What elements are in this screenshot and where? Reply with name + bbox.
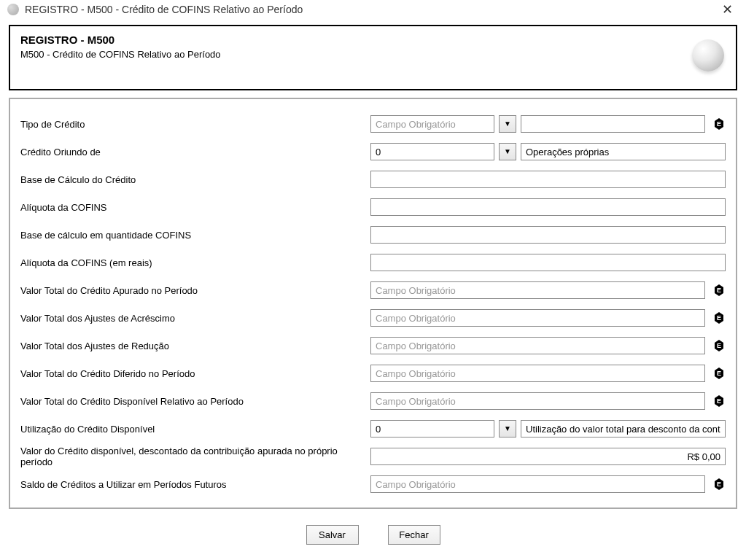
svg-text:E: E xyxy=(717,120,721,128)
titlebar: REGISTRO - M500 - Crédito de COFINS Rela… xyxy=(0,0,746,19)
close-icon[interactable]: ✕ xyxy=(716,0,739,19)
label-aliquota-cofins-reais: Alíquota da COFINS (em reais) xyxy=(20,257,370,268)
dropdown-utilizacao-credito-disponivel[interactable]: ▼ xyxy=(499,420,516,438)
input-tipo-credito[interactable] xyxy=(370,115,494,133)
save-button[interactable]: Salvar xyxy=(306,525,359,545)
row-valor-total-ajustes-reducao: Valor Total dos Ajustes de Redução E xyxy=(20,334,726,357)
close-button[interactable]: Fechar xyxy=(388,525,440,545)
row-base-calculo-credito: Base de Cálculo do Crédito xyxy=(20,168,726,191)
svg-text:E: E xyxy=(717,481,721,488)
window-title: REGISTRO - M500 - Crédito de COFINS Rela… xyxy=(25,4,716,15)
window-root: REGISTRO - M500 - Crédito de COFINS Rela… xyxy=(0,0,746,560)
label-valor-total-ajustes-acrescimo: Valor Total dos Ajustes de Acréscimo xyxy=(20,313,370,324)
svg-text:E: E xyxy=(717,397,721,405)
input-credito-oriundo-desc[interactable] xyxy=(521,143,726,160)
label-valor-credito-descontado: Valor do Crédito disponível, descontado … xyxy=(20,446,370,467)
input-base-calculo-credito[interactable] xyxy=(370,171,726,188)
sphere-icon xyxy=(692,39,724,71)
chevron-down-icon: ▼ xyxy=(504,120,511,128)
input-saldo-creditos-futuros[interactable] xyxy=(370,475,705,493)
input-valor-total-credito-apurado[interactable] xyxy=(370,281,705,299)
header-title: REGISTRO - M500 xyxy=(20,34,726,46)
row-saldo-creditos-futuros: Saldo de Créditos a Utilizar em Períodos… xyxy=(20,472,726,496)
row-credito-oriundo: Crédito Oriundo de ▼ xyxy=(20,140,726,163)
required-icon: E xyxy=(712,367,726,380)
input-base-calculo-qtd-cofins[interactable] xyxy=(370,226,726,244)
chevron-down-icon: ▼ xyxy=(504,425,511,432)
row-valor-total-credito-diferido: Valor Total do Crédito Diferido no Perío… xyxy=(20,362,726,385)
label-credito-oriundo: Crédito Oriundo de xyxy=(20,147,370,158)
label-base-calculo-credito: Base de Cálculo do Crédito xyxy=(20,174,370,185)
row-base-calculo-qtd-cofins: Base de cálculo em quantidade COFINS xyxy=(20,223,726,246)
input-valor-total-credito-disponivel[interactable] xyxy=(370,392,705,410)
row-valor-total-ajustes-acrescimo: Valor Total dos Ajustes de Acréscimo E xyxy=(20,306,726,330)
svg-text:E: E xyxy=(717,314,721,322)
label-base-calculo-qtd-cofins: Base de cálculo em quantidade COFINS xyxy=(20,230,370,241)
row-utilizacao-credito-disponivel: Utilização do Crédito Disponível ▼ xyxy=(20,417,726,440)
dropdown-credito-oriundo[interactable]: ▼ xyxy=(499,143,516,160)
required-icon: E xyxy=(712,478,726,491)
svg-text:E: E xyxy=(717,342,721,349)
input-valor-total-ajustes-reducao[interactable] xyxy=(370,337,705,354)
input-aliquota-cofins-reais[interactable] xyxy=(370,254,726,271)
required-icon: E xyxy=(712,394,726,408)
required-icon: E xyxy=(712,311,726,324)
header-panel: REGISTRO - M500 M500 - Crédito de COFINS… xyxy=(9,25,737,90)
row-valor-total-credito-disponivel: Valor Total do Crédito Disponível Relati… xyxy=(20,389,726,413)
svg-text:E: E xyxy=(717,370,721,377)
row-tipo-credito: Tipo de Crédito ▼ E xyxy=(20,112,726,136)
input-valor-total-credito-diferido[interactable] xyxy=(370,365,705,382)
label-valor-total-credito-apurado: Valor Total do Crédito Apurado no Períod… xyxy=(20,285,370,296)
content-area: REGISTRO - M500 M500 - Crédito de COFINS… xyxy=(0,19,746,560)
label-saldo-creditos-futuros: Saldo de Créditos a Utilizar em Períodos… xyxy=(20,479,370,490)
row-valor-credito-descontado: Valor do Crédito disponível, descontado … xyxy=(20,445,726,468)
required-icon: E xyxy=(712,284,726,297)
button-bar: Salvar Fechar xyxy=(9,516,737,556)
app-icon xyxy=(7,4,19,15)
label-utilizacao-credito-disponivel: Utilização do Crédito Disponível xyxy=(20,424,370,435)
input-tipo-credito-desc[interactable] xyxy=(521,115,705,133)
input-aliquota-cofins[interactable] xyxy=(370,198,726,216)
row-aliquota-cofins-reais: Alíquota da COFINS (em reais) xyxy=(20,251,726,274)
svg-text:E: E xyxy=(717,287,721,294)
label-valor-total-credito-diferido: Valor Total do Crédito Diferido no Perío… xyxy=(20,368,370,379)
label-valor-total-credito-disponivel: Valor Total do Crédito Disponível Relati… xyxy=(20,396,370,407)
input-valor-total-ajustes-acrescimo[interactable] xyxy=(370,309,705,327)
input-valor-credito-descontado[interactable] xyxy=(370,448,726,465)
chevron-down-icon: ▼ xyxy=(504,148,511,155)
input-credito-oriundo[interactable] xyxy=(370,143,494,160)
input-utilizacao-credito-disponivel-desc[interactable] xyxy=(521,420,726,438)
required-icon: E xyxy=(712,339,726,352)
row-aliquota-cofins: Alíquota da COFINS xyxy=(20,195,726,219)
label-aliquota-cofins: Alíquota da COFINS xyxy=(20,202,370,213)
input-utilizacao-credito-disponivel[interactable] xyxy=(370,420,494,438)
label-tipo-credito: Tipo de Crédito xyxy=(20,119,370,130)
header-subtitle: M500 - Crédito de COFINS Relativo ao Per… xyxy=(20,49,726,60)
dropdown-tipo-credito[interactable]: ▼ xyxy=(499,115,516,133)
row-valor-total-credito-apurado: Valor Total do Crédito Apurado no Períod… xyxy=(20,279,726,302)
required-icon: E xyxy=(712,117,726,131)
label-valor-total-ajustes-reducao: Valor Total dos Ajustes de Redução xyxy=(20,341,370,351)
form-panel: Tipo de Crédito ▼ E Crédito Oriundo de xyxy=(9,98,737,509)
